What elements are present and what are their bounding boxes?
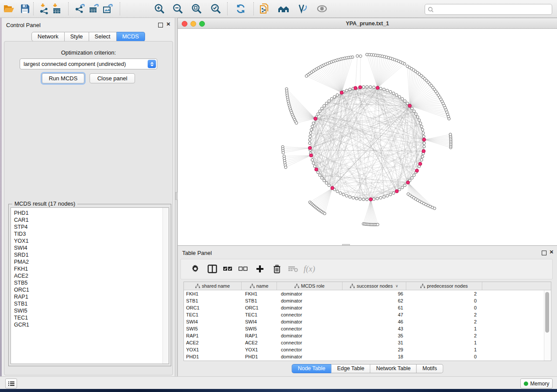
refresh-icon[interactable] <box>234 3 247 15</box>
float-panel-icon[interactable] <box>158 23 163 28</box>
ring-node[interactable] <box>413 174 415 176</box>
mcds-result-item[interactable]: STB1 <box>11 300 169 307</box>
close-panel-icon[interactable]: × <box>166 20 170 28</box>
leaf-node[interactable] <box>284 166 287 168</box>
export-image-icon[interactable] <box>101 3 114 15</box>
ring-node[interactable] <box>376 197 379 200</box>
memory-button[interactable]: Memory <box>520 378 553 389</box>
mcds-selected-node[interactable] <box>315 168 318 171</box>
ring-node[interactable] <box>423 145 426 148</box>
ring-node[interactable] <box>421 155 424 158</box>
zoom-in-icon[interactable] <box>153 3 166 15</box>
ring-node[interactable] <box>423 142 426 144</box>
leaf-node[interactable] <box>433 207 436 210</box>
export-table-icon[interactable] <box>87 3 100 15</box>
network-window-titlebar[interactable]: YPA_prune.txt_1 <box>178 19 557 29</box>
ring-node[interactable] <box>310 128 313 131</box>
zoom-out-icon[interactable] <box>171 3 184 15</box>
float-panel-icon[interactable] <box>542 251 547 255</box>
mcds-result-item[interactable]: SRD1 <box>11 251 169 258</box>
ring-node[interactable] <box>352 196 355 199</box>
ring-node[interactable] <box>359 198 361 200</box>
mcds-selected-node[interactable] <box>406 181 410 184</box>
tab-motifs[interactable]: Motifs <box>417 364 443 373</box>
ring-node[interactable] <box>418 119 420 121</box>
ring-node[interactable] <box>342 193 345 196</box>
ring-node[interactable] <box>318 110 321 113</box>
open-session-icon[interactable] <box>2 3 15 15</box>
mcds-selected-node[interactable] <box>309 154 313 157</box>
leaf-node[interactable] <box>376 223 379 226</box>
ring-node[interactable] <box>413 110 415 113</box>
table-scrollbar[interactable] <box>544 290 551 361</box>
ring-node[interactable] <box>336 94 339 96</box>
ring-node[interactable] <box>317 113 319 115</box>
leaf-node[interactable] <box>295 122 298 124</box>
mcds-selected-node[interactable] <box>340 91 343 94</box>
mcds-result-item[interactable]: YOX1 <box>11 237 169 244</box>
ring-node[interactable] <box>321 176 323 179</box>
mcds-selected-node[interactable] <box>354 86 357 90</box>
tab-node-table[interactable]: Node Table <box>292 364 332 373</box>
mcds-result-item[interactable]: SWI5 <box>11 307 169 314</box>
tab-network-table[interactable]: Network Table <box>370 364 417 373</box>
leaf-node[interactable] <box>305 75 308 77</box>
mcds-result-item[interactable]: STB5 <box>11 279 169 286</box>
tab-mcds[interactable]: MCDS <box>117 32 145 41</box>
ring-node[interactable] <box>421 128 424 131</box>
ring-node[interactable] <box>392 192 395 194</box>
ring-node[interactable] <box>318 174 321 176</box>
delete-column-trash-icon[interactable] <box>273 264 281 274</box>
leaf-node[interactable] <box>323 212 326 215</box>
table-row[interactable]: SWI4SWI4dominator462 <box>184 318 551 325</box>
ring-node[interactable] <box>311 125 314 128</box>
ring-node[interactable] <box>349 196 351 198</box>
mcds-result-item[interactable]: TEC1 <box>11 314 169 321</box>
ring-node[interactable] <box>311 158 314 161</box>
ring-node[interactable] <box>422 132 425 134</box>
mcds-selected-node[interactable] <box>376 86 379 89</box>
ring-node[interactable] <box>401 97 404 100</box>
ring-node[interactable] <box>345 195 348 197</box>
mcds-selected-node[interactable] <box>308 146 312 150</box>
vizmapper-icon[interactable] <box>296 3 309 15</box>
mcds-selected-node[interactable] <box>359 86 362 89</box>
column-header-predecessor-nodes[interactable]: predecessor nodes <box>406 282 482 290</box>
split-panel-icon[interactable] <box>208 264 217 274</box>
mcds-result-item[interactable]: FKH1 <box>11 265 169 272</box>
leaf-node[interactable] <box>356 55 359 57</box>
mcds-result-list[interactable]: PHD1CAR1STP4TID3YOX1SWI4SRD1PMA2FKH1ACE2… <box>10 207 169 364</box>
mcds-list-scrollbar[interactable] <box>163 208 169 364</box>
ring-node[interactable] <box>328 100 330 102</box>
ring-node[interactable] <box>406 102 409 105</box>
ring-node[interactable] <box>373 86 375 89</box>
ring-node[interactable] <box>366 198 368 201</box>
save-session-icon[interactable] <box>18 3 31 15</box>
mcds-result-item[interactable]: RAP1 <box>11 293 169 300</box>
ring-node[interactable] <box>362 86 365 88</box>
ring-node[interactable] <box>312 162 315 165</box>
mcds-selected-node[interactable] <box>422 138 426 141</box>
ring-node[interactable] <box>325 182 328 184</box>
zoom-selected-icon[interactable] <box>209 3 222 15</box>
mcds-result-item[interactable]: PMA2 <box>11 258 169 265</box>
ring-node[interactable] <box>313 165 316 168</box>
ring-node[interactable] <box>330 97 333 100</box>
run-mcds-button[interactable]: Run MCDS <box>42 73 84 83</box>
column-header-name[interactable]: name <box>242 282 277 290</box>
mcds-selected-node[interactable] <box>369 198 373 201</box>
optimization-criterion-select[interactable]: largest connected component (undirected) <box>20 58 157 69</box>
ring-node[interactable] <box>422 135 425 138</box>
ring-node[interactable] <box>386 89 388 92</box>
column-header-mcds-role[interactable]: MCDS role <box>277 282 343 290</box>
ring-node[interactable] <box>392 92 395 95</box>
table-row[interactable]: RAP1RAP1dominator352 <box>184 332 551 339</box>
show-hide-details-eye-icon[interactable] <box>315 3 329 15</box>
close-panel-button[interactable]: Close panel <box>90 73 135 83</box>
export-network-icon[interactable] <box>73 3 86 15</box>
ring-node[interactable] <box>379 196 382 199</box>
ring-node[interactable] <box>416 116 419 118</box>
ring-node[interactable] <box>309 135 311 138</box>
import-network-icon[interactable] <box>38 3 51 15</box>
mcds-result-item[interactable]: PHD1 <box>11 210 169 217</box>
